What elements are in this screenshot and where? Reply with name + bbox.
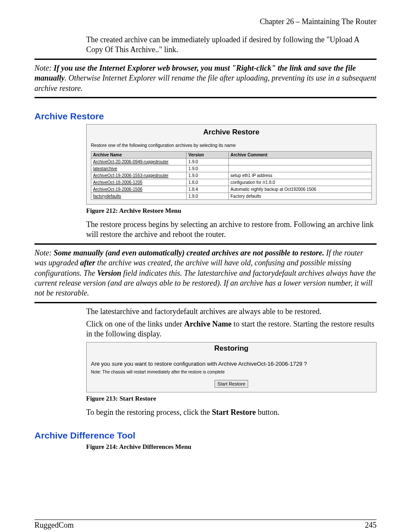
restoring-panel: Restoring Are you sure you want to resto… [86,342,377,392]
note-bold3: Version [97,269,121,277]
page-footer: RuggedCom 245 [34,520,377,530]
intro-paragraph: The created archive can be immediately u… [34,35,377,55]
archive-restore-panel: Archive Restore Restore one of the follo… [86,124,377,205]
archive-link[interactable]: ArchiveOct-19-2006-1553-ruggedrouter [93,173,168,178]
cell-version: 1.9.0 [187,193,229,199]
note-bold2: after [80,258,95,267]
divider [34,97,377,98]
archive-link[interactable]: ArchiveOct-18-2006-1205 [93,180,143,185]
archive-restore-panel-desc: Restore one of the following configurati… [91,143,372,148]
note-prefix: Note: [34,64,54,72]
divider [34,302,377,303]
divider [34,59,377,60]
figure-214-caption: Figure 214: Archive Differences Menu [86,443,377,451]
note-prefix: Note: [34,249,54,257]
table-row: ArchiveOct-19-2006-1506 1.8.4 Automatic … [91,186,372,193]
figure-213-caption: Figure 213: Start Restore [86,395,377,402]
th-comment: Archive Comment [228,151,371,158]
table-row: latestarchive 1.9.0 [91,165,372,172]
archive-restore-panel-title: Archive Restore [91,128,372,137]
figure-212-caption: Figure 212: Archive Restore Menu [86,207,377,215]
archive-link[interactable]: ArchiveOct-19-2006-1506 [93,187,143,192]
restoring-question: Are you sure you want to restore configu… [91,361,372,367]
footer-left: RuggedCom [34,521,74,530]
note-bold1: Some manually (and even automatically) c… [54,249,324,257]
section-archive-diff-title: Archive Difference Tool [34,430,377,441]
cell-comment [228,165,371,172]
th-archive-name: Archive Name [91,151,187,158]
bold-archive-name: Archive Name [184,320,231,328]
archive-link[interactable]: ArchiveOct-20-2006-0949-ruggedrouter [93,159,168,164]
note-tail: . Otherwise Internet Explorer will renam… [34,74,376,92]
cell-version: 1.8.4 [187,186,229,193]
cell-comment: Factory defaults [228,193,371,199]
table-row: ArchiveOct-19-2006-1553-ruggedrouter 1.9… [91,172,372,179]
cell-version: 1.8.0 [187,179,229,186]
archive-table: Archive Name Version Archive Comment Arc… [91,151,372,200]
bold-start-restore: Start Restore [212,408,256,417]
text: Click on one of the links under [86,320,184,328]
table-row: ArchiveOct-18-2006-1205 1.8.0 configurat… [91,179,372,186]
table-row: ArchiveOct-20-2006-0949-ruggedrouter 1.9… [91,158,372,165]
cell-version: 1.9.0 [187,172,229,179]
para-restore-process: The restore process begins by selecting … [34,220,377,240]
section-archive-restore-title: Archive Restore [34,111,377,121]
note-ie: Note: If you use the Internet Explorer w… [34,63,377,93]
start-restore-button[interactable]: Start Restore [215,380,249,388]
th-version: Version [187,151,229,158]
cell-comment: configuration for rr1.8.0 [228,179,371,186]
restoring-panel-title: Restoring [91,344,372,353]
cell-comment [228,158,371,165]
para-click-link: Click on one of the links under Archive … [34,319,377,339]
cell-comment: Automatic nightly backup at Oct192006 15… [228,186,371,193]
archive-link[interactable]: factorydefaults [93,194,121,199]
chapter-header: Chapter 26 – Maintaining The Router [34,17,377,26]
divider [34,243,377,245]
cell-version: 1.9.0 [187,165,229,172]
para-begin-restore: To begin the restoring process, click th… [34,408,377,417]
text: button. [256,408,280,417]
para-latest: The latestarchive and factorydefault arc… [34,307,377,317]
restoring-note: Note: The chassis will restart immediate… [91,370,372,374]
archive-link[interactable]: latestarchive [93,166,117,171]
text: To begin the restoring process, click th… [86,408,212,417]
cell-version: 1.9.0 [187,158,229,165]
note-restore-warning: Note: Some manually (and even automatica… [34,248,377,299]
cell-comment: setup eth1 IP address [228,172,371,179]
footer-page-number: 245 [365,521,377,530]
table-row: factorydefaults 1.9.0 Factory defaults [91,193,372,199]
